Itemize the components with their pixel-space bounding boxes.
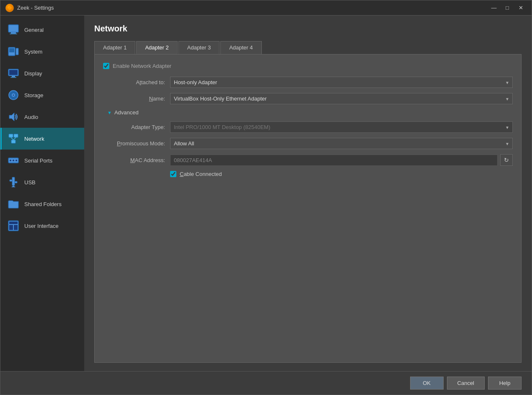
content-area: Network Adapter 1 Adapter 2 Adapter 3 Ad…: [84, 15, 532, 371]
promiscuous-mode-select-wrapper: Allow All Deny Allow VMs: [170, 138, 513, 149]
system-icon: [7, 45, 20, 58]
svg-line-18: [13, 137, 16, 140]
mac-row: ↻: [170, 154, 513, 166]
sidebar-label-user-interface: User Interface: [24, 223, 59, 229]
svg-point-12: [13, 95, 14, 96]
sidebar-item-display[interactable]: Display: [0, 62, 84, 84]
attached-to-select-wrapper: Host-only Adapter NAT Bridged Adapter In…: [170, 77, 513, 88]
advanced-arrow-icon: ▼: [107, 110, 112, 115]
maximize-button[interactable]: □: [501, 3, 513, 13]
app-icon: 🔶: [5, 4, 14, 12]
tab-adapter4[interactable]: Adapter 4: [220, 41, 261, 54]
svg-rect-0: [8, 25, 18, 32]
sidebar-label-serial-ports: Serial Ports: [24, 157, 52, 164]
svg-rect-9: [10, 77, 16, 78]
adapter-type-select-wrapper: Intel PRO/1000 MT Desktop (82540EM): [170, 121, 513, 133]
adapter-type-select: Intel PRO/1000 MT Desktop (82540EM): [170, 121, 513, 133]
svg-rect-8: [12, 76, 15, 77]
enable-adapter-checkbox[interactable]: [103, 63, 109, 69]
bottom-bar: OK Cancel Help: [0, 371, 532, 395]
advanced-label: Advanced: [114, 109, 139, 116]
serial-ports-icon: [7, 154, 20, 167]
tabs-bar: Adapter 1 Adapter 2 Adapter 3 Adapter 4: [94, 41, 522, 54]
storage-icon: [7, 88, 20, 102]
page-title: Network: [94, 24, 522, 34]
svg-rect-26: [15, 181, 17, 183]
sidebar-label-network: Network: [24, 136, 44, 142]
cancel-button[interactable]: Cancel: [447, 377, 485, 390]
svg-marker-24: [11, 186, 15, 187]
window-title: Zeek - Settings: [17, 5, 488, 11]
close-button[interactable]: ✕: [515, 3, 527, 13]
sidebar: General System: [0, 15, 84, 371]
svg-rect-1: [11, 32, 16, 34]
enable-adapter-label: Enable Network Adapter: [113, 63, 171, 69]
svg-rect-5: [9, 48, 14, 52]
attached-to-select[interactable]: Host-only Adapter NAT Bridged Adapter In…: [170, 77, 513, 88]
sidebar-label-storage: Storage: [24, 92, 44, 98]
attached-to-label: Attached to:: [103, 79, 170, 85]
usb-icon: [7, 176, 20, 189]
sidebar-label-general: General: [24, 27, 44, 33]
name-select[interactable]: VirtualBox Host-Only Ethernet Adapter: [170, 93, 513, 104]
mac-address-label: MAC Address:: [103, 157, 170, 163]
mac-refresh-button[interactable]: ↻: [500, 154, 513, 166]
adapter-type-row: Adapter Type: Intel PRO/1000 MT Desktop …: [103, 121, 513, 133]
svg-line-17: [11, 137, 13, 140]
attached-to-row: Attached to: Host-only Adapter NAT Bridg…: [103, 77, 513, 88]
display-icon: [7, 67, 20, 80]
promiscuous-mode-label: Promiscuous Mode:: [103, 140, 170, 147]
svg-point-20: [10, 160, 11, 161]
sidebar-item-storage[interactable]: Storage: [0, 84, 84, 106]
svg-rect-23: [12, 177, 15, 186]
name-select-wrapper: VirtualBox Host-Only Ethernet Adapter: [170, 93, 513, 104]
general-icon: [7, 23, 20, 36]
user-interface-icon: [7, 219, 20, 232]
svg-rect-25: [10, 180, 12, 181]
promiscuous-mode-select[interactable]: Allow All Deny Allow VMs: [170, 138, 513, 149]
minimize-button[interactable]: —: [488, 3, 500, 13]
adapter-panel: Enable Network Adapter Attached to: Host…: [94, 54, 522, 363]
settings-window: 🔶 Zeek - Settings — □ ✕ General: [0, 0, 532, 395]
sidebar-item-shared-folders[interactable]: Shared Folders: [0, 193, 84, 215]
network-icon: [7, 132, 20, 145]
cable-connected-checkbox[interactable]: [170, 171, 176, 177]
titlebar: 🔶 Zeek - Settings — □ ✕: [0, 0, 532, 15]
cable-connected-row: Cable Connected: [170, 171, 513, 177]
sidebar-item-system[interactable]: System: [0, 41, 84, 62]
svg-rect-29: [9, 225, 13, 230]
sidebar-item-general[interactable]: General: [0, 19, 84, 41]
sidebar-item-serial-ports[interactable]: Serial Ports: [0, 150, 84, 171]
tab-adapter1[interactable]: Adapter 1: [94, 41, 135, 54]
svg-rect-28: [9, 222, 18, 224]
tab-adapter3[interactable]: Adapter 3: [178, 41, 220, 54]
sidebar-item-user-interface[interactable]: User Interface: [0, 215, 84, 237]
ok-button[interactable]: OK: [410, 377, 444, 390]
svg-rect-2: [10, 34, 17, 34]
sidebar-item-network[interactable]: Network: [0, 128, 84, 150]
adapter-type-label: Adapter Type:: [103, 124, 170, 130]
svg-point-22: [15, 160, 17, 161]
sidebar-label-audio: Audio: [24, 114, 38, 120]
advanced-toggle[interactable]: ▼ Advanced: [107, 109, 513, 116]
cable-connected-label: Cable Connected: [180, 171, 222, 177]
svg-rect-15: [14, 134, 18, 137]
sidebar-label-display: Display: [24, 70, 42, 77]
main-layout: General System: [0, 15, 532, 371]
titlebar-controls: — □ ✕: [488, 3, 527, 13]
promiscuous-mode-row: Promiscuous Mode: Allow All Deny Allow V…: [103, 138, 513, 149]
svg-rect-4: [16, 48, 18, 55]
mac-address-row: MAC Address: ↻: [103, 154, 513, 166]
mac-address-input[interactable]: [170, 155, 498, 166]
sidebar-label-shared-folders: Shared Folders: [24, 201, 62, 207]
svg-point-21: [13, 160, 14, 161]
svg-marker-13: [9, 113, 14, 121]
sidebar-item-usb[interactable]: USB: [0, 171, 84, 193]
enable-adapter-row: Enable Network Adapter: [103, 63, 513, 69]
tab-adapter2[interactable]: Adapter 2: [136, 41, 177, 54]
sidebar-item-audio[interactable]: Audio: [0, 106, 84, 128]
svg-rect-14: [9, 134, 13, 137]
svg-rect-30: [14, 225, 18, 230]
help-button[interactable]: Help: [488, 377, 522, 390]
svg-rect-7: [9, 70, 18, 75]
